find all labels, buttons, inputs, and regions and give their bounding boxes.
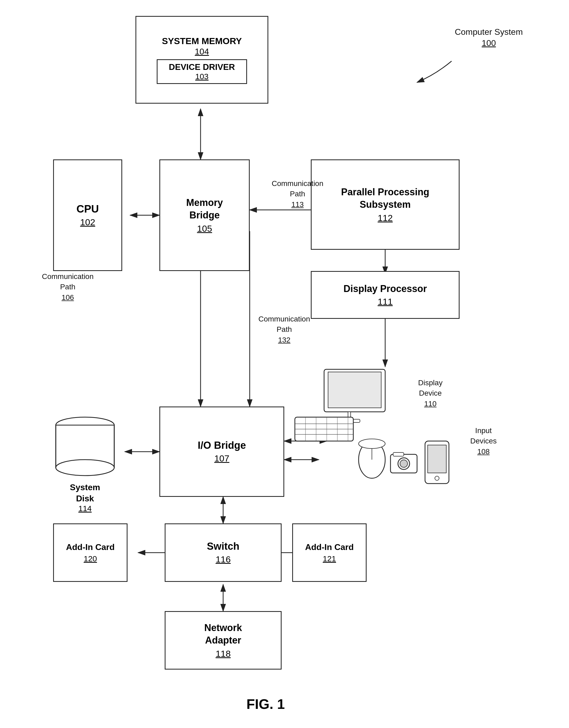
figure-label: FIG. 1 <box>213 696 319 712</box>
comm-path-113-label: Communication Path113 <box>266 178 329 209</box>
parallel-processing-box: Parallel ProcessingSubsystem 112 <box>311 159 460 250</box>
memory-bridge-num: 105 <box>197 223 212 234</box>
system-memory-box: SYSTEM MEMORY 104 DEVICE DRIVER 103 <box>135 16 268 104</box>
svg-rect-43 <box>428 445 446 473</box>
parallel-processing-label: Parallel ProcessingSubsystem <box>341 186 429 211</box>
system-memory-label: SYSTEM MEMORY <box>162 36 242 46</box>
svg-point-44 <box>435 476 439 480</box>
parallel-processing-num: 112 <box>378 213 393 223</box>
input-devices-label: InputDevices 108 <box>457 425 510 456</box>
computer-system-label: Computer System 100 <box>452 27 526 49</box>
io-bridge-num: 107 <box>214 453 230 464</box>
input-devices-svg <box>292 409 457 494</box>
svg-rect-18 <box>328 372 381 408</box>
svg-point-23 <box>56 460 114 476</box>
switch-num: 116 <box>216 554 231 565</box>
system-disk-num: 114 <box>48 504 122 513</box>
network-adapter-label: NetworkAdapter <box>204 622 242 647</box>
comm-path-132-label: CommunicationPath132 <box>255 314 313 345</box>
add-in-card-121-num: 121 <box>323 554 336 563</box>
diagram: SYSTEM MEMORY 104 DEVICE DRIVER 103 Comp… <box>0 0 569 728</box>
add-in-card-121-box: Add-In Card 121 <box>292 523 367 582</box>
svg-point-40 <box>400 460 407 467</box>
network-adapter-box: NetworkAdapter 118 <box>165 611 282 670</box>
io-bridge-box: I/O Bridge 107 <box>159 407 284 497</box>
system-disk-container: SystemDisk 114 <box>48 412 122 502</box>
switch-box: Switch 116 <box>165 523 282 582</box>
svg-rect-41 <box>393 452 404 456</box>
add-in-card-120-box: Add-In Card 120 <box>53 523 128 582</box>
network-adapter-num: 118 <box>216 649 231 659</box>
display-processor-label: Display Processor <box>343 283 427 294</box>
system-disk-svg <box>48 412 122 486</box>
display-processor-num: 111 <box>378 297 393 307</box>
memory-bridge-box: MemoryBridge 105 <box>159 159 250 271</box>
system-memory-num: 104 <box>195 47 209 57</box>
io-bridge-label: I/O Bridge <box>198 440 246 451</box>
arrows-overlay <box>0 0 569 728</box>
input-devices-illustration <box>292 409 457 500</box>
svg-point-37 <box>359 439 385 448</box>
device-driver-num: 103 <box>160 72 244 81</box>
cpu-num: 102 <box>80 217 95 227</box>
add-in-card-121-label: Add-In Card <box>305 542 354 552</box>
add-in-card-120-num: 120 <box>84 554 97 563</box>
add-in-card-120-label: Add-In Card <box>66 542 114 552</box>
comm-path-106-label: CommunicationPath106 <box>35 271 101 302</box>
switch-label: Switch <box>207 541 239 552</box>
cpu-box: CPU 102 <box>53 159 122 271</box>
memory-bridge-label: MemoryBridge <box>186 197 223 222</box>
cpu-label: CPU <box>77 203 99 215</box>
display-device-label: DisplayDevice 110 <box>404 377 457 409</box>
device-driver-label: DEVICE DRIVER <box>160 62 244 72</box>
display-processor-box: Display Processor 111 <box>311 271 460 319</box>
